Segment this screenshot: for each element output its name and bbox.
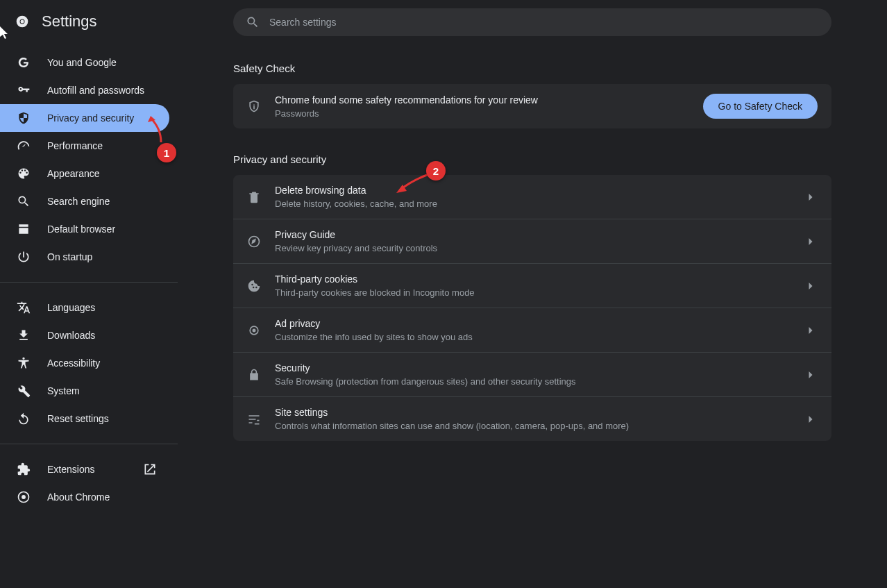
trash-icon — [247, 190, 261, 204]
row-subtitle: Review key privacy and security controls — [275, 243, 437, 253]
sidebar-item-label: On startup — [47, 251, 92, 262]
sidebar-item-system[interactable]: System — [0, 377, 169, 405]
search-bar[interactable] — [233, 8, 831, 36]
annotation-arrow-2 — [394, 172, 432, 194]
row-privacy-guide[interactable]: Privacy Guide Review key privacy and sec… — [233, 219, 831, 264]
accessibility-icon — [17, 356, 31, 370]
tune-icon — [247, 412, 261, 426]
sidebar-item-label: Accessibility — [47, 358, 100, 369]
sidebar-item-label: Default browser — [47, 224, 115, 235]
sidebar-item-label: About Chrome — [47, 492, 110, 503]
main-content: Safety Check Chrome found some safety re… — [178, 0, 887, 588]
chrome-icon — [17, 490, 31, 504]
sidebar-item-downloads[interactable]: Downloads — [0, 321, 169, 349]
sidebar-item-on-startup[interactable]: On startup — [0, 243, 169, 271]
row-third-party-cookies[interactable]: Third-party cookies Third-party cookies … — [233, 264, 831, 308]
sidebar: Settings You and Google Autofill and pas… — [0, 0, 178, 588]
banner-subtitle: Passwords — [275, 108, 538, 119]
sidebar-item-about[interactable]: About Chrome — [0, 483, 169, 511]
speedometer-icon — [17, 139, 31, 153]
sidebar-item-appearance[interactable]: Appearance — [0, 160, 169, 187]
section-heading-safety: Safety Check — [233, 62, 831, 74]
download-icon — [17, 328, 31, 342]
chrome-logo-icon — [15, 15, 29, 28]
extension-icon — [17, 462, 31, 476]
privacy-settings-list: Delete browsing data Delete history, coo… — [233, 175, 831, 441]
search-icon — [17, 194, 31, 208]
row-subtitle: Delete history, cookies, cache, and more — [275, 199, 437, 209]
sidebar-item-label: Autofill and passwords — [47, 85, 144, 96]
lock-icon — [247, 368, 261, 382]
sidebar-item-label: You and Google — [47, 57, 117, 68]
sidebar-item-you-and-google[interactable]: You and Google — [0, 49, 169, 76]
sidebar-item-label: Search engine — [47, 196, 110, 207]
row-subtitle: Controls what information sites can use … — [275, 421, 629, 431]
reset-icon — [17, 412, 31, 426]
row-title: Third-party cookies — [275, 274, 475, 285]
sidebar-item-default-browser[interactable]: Default browser — [0, 215, 169, 243]
chevron-right-icon — [804, 368, 818, 382]
safety-check-banner: Chrome found some safety recommendations… — [233, 84, 831, 128]
cookie-icon — [247, 279, 261, 293]
sidebar-item-label: Downloads — [47, 330, 95, 341]
search-input[interactable] — [269, 17, 819, 28]
sidebar-item-label: Languages — [47, 302, 95, 313]
annotation-badge-1: 1 — [157, 143, 176, 162]
sidebar-item-accessibility[interactable]: Accessibility — [0, 349, 169, 377]
sidebar-item-languages[interactable]: Languages — [0, 294, 169, 321]
chevron-right-icon — [804, 190, 818, 204]
go-to-safety-check-button[interactable]: Go to Safety Check — [703, 94, 818, 119]
translate-icon — [17, 301, 31, 314]
wrench-icon — [17, 384, 31, 398]
palette-icon — [17, 167, 31, 180]
sidebar-item-extensions[interactable]: Extensions — [0, 455, 169, 483]
ad-icon — [247, 324, 261, 337]
banner-title: Chrome found some safety recommendations… — [275, 94, 538, 106]
divider — [0, 282, 178, 283]
search-icon — [246, 15, 260, 29]
sidebar-item-privacy[interactable]: Privacy and security — [0, 104, 169, 132]
sidebar-item-label: Appearance — [47, 168, 100, 179]
open-in-new-icon — [143, 462, 157, 476]
sidebar-item-label: Privacy and security — [47, 112, 134, 124]
row-security[interactable]: Security Safe Browsing (protection from … — [233, 353, 831, 397]
row-title: Security — [275, 362, 576, 373]
sidebar-item-label: Reset settings — [47, 413, 109, 424]
google-g-icon — [17, 56, 31, 69]
browser-icon — [17, 222, 31, 236]
chevron-right-icon — [804, 412, 818, 426]
sidebar-item-reset[interactable]: Reset settings — [0, 405, 169, 432]
row-title: Site settings — [275, 407, 629, 418]
row-title: Ad privacy — [275, 318, 473, 329]
svg-point-4 — [22, 495, 26, 499]
sidebar-item-label: System — [47, 385, 80, 396]
annotation-badge-2: 2 — [426, 161, 446, 180]
sidebar-item-label: Extensions — [47, 464, 94, 475]
chevron-right-icon — [804, 324, 818, 337]
sidebar-item-autofill[interactable]: Autofill and passwords — [0, 76, 169, 104]
row-ad-privacy[interactable]: Ad privacy Customize the info used by si… — [233, 308, 831, 353]
row-delete-browsing-data[interactable]: Delete browsing data Delete history, coo… — [233, 175, 831, 219]
chevron-right-icon — [804, 235, 818, 249]
sidebar-item-performance[interactable]: Performance — [0, 132, 169, 160]
row-site-settings[interactable]: Site settings Controls what information … — [233, 397, 831, 441]
row-subtitle: Safe Browsing (protection from dangerous… — [275, 376, 576, 387]
compass-icon — [247, 235, 261, 249]
row-subtitle: Customize the info used by sites to show… — [275, 332, 473, 342]
sidebar-item-label: Performance — [47, 140, 103, 151]
row-title: Privacy Guide — [275, 229, 437, 240]
app-header: Settings — [0, 8, 178, 43]
key-icon — [17, 83, 31, 97]
svg-point-2 — [21, 20, 24, 24]
section-heading-privacy: Privacy and security — [233, 153, 831, 165]
divider — [0, 444, 178, 444]
row-subtitle: Third-party cookies are blocked in Incog… — [275, 287, 475, 298]
shield-info-icon — [247, 99, 261, 113]
chevron-right-icon — [804, 279, 818, 293]
app-title: Settings — [42, 12, 97, 31]
sidebar-item-search-engine[interactable]: Search engine — [0, 187, 169, 215]
shield-icon — [17, 111, 31, 125]
power-icon — [17, 250, 31, 264]
mouse-cursor — [0, 26, 11, 42]
